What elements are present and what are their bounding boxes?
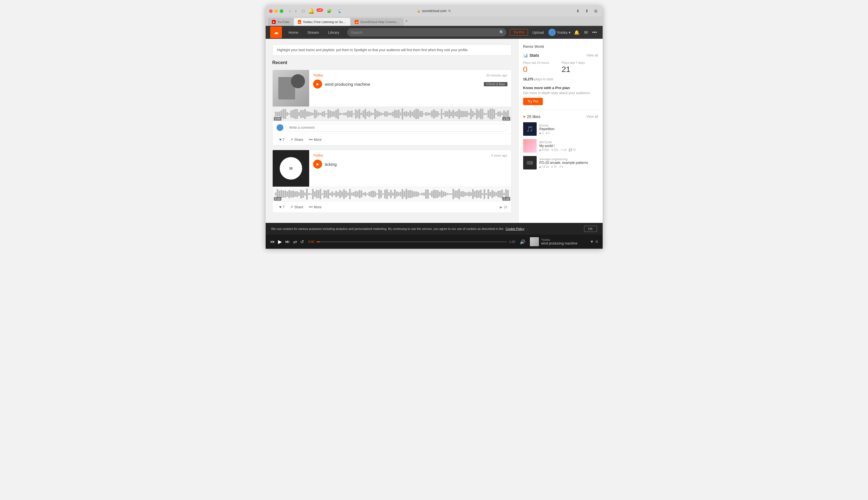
prev-button[interactable]: ⏮ (270, 239, 274, 244)
content-area: Highlight your best tracks and playlists… (266, 39, 518, 223)
stat-24h-value: 0 (523, 65, 560, 74)
like-item-satsuki[interactable]: $ATSUKI My world ! ▶ 8,985 ♥ 350 ↺ 18 💬 … (523, 139, 598, 152)
track-title-wind[interactable]: wind producing machine (325, 82, 371, 87)
try-pro-nav-button[interactable]: Try Pro (510, 29, 528, 36)
shuffle-button[interactable]: ⇄ (293, 239, 297, 245)
more-button-ticking[interactable]: ••• More (306, 204, 324, 210)
stats-view-all[interactable]: View all (586, 54, 598, 57)
download-btn[interactable]: ⬇ (575, 8, 581, 14)
comment-avatar-wind (277, 124, 283, 131)
play-pause-button[interactable]: ▶ (278, 239, 282, 245)
te-reposts: ↺ 6 (559, 165, 563, 168)
cookie-policy-link[interactable]: Cookie Policy (506, 227, 525, 230)
comment-input-wind[interactable] (285, 124, 507, 132)
tab-youtube[interactable]: ▶ YouTube (268, 18, 293, 26)
search-input[interactable] (347, 28, 506, 36)
tab-soundcloud[interactable]: ☁ Yosika | Free Listening on SoundCloud (294, 18, 350, 26)
pro-banner-title: Know more with a Pro plan (523, 86, 598, 90)
maximize-button[interactable] (280, 9, 283, 13)
track-actions-wind: ♥ 7 ↗ Share ••• More (273, 134, 511, 145)
track-title-ticking[interactable]: ticking (325, 162, 337, 167)
share-btn[interactable]: ⬆ (584, 8, 590, 14)
next-button[interactable]: ⏭ (285, 239, 290, 244)
track-artwork-wind[interactable] (273, 70, 309, 106)
cookie-ok-button[interactable]: OK (584, 226, 597, 232)
likes-heart-icon: ♥ (523, 114, 525, 119)
reload-button[interactable]: ↻ (448, 9, 451, 13)
like-title-te: PO-20 arcade, example patterns (539, 161, 598, 165)
like-button-wind[interactable]: ♥ 7 (277, 136, 287, 143)
like-button-ticking[interactable]: ♥ 7 (277, 204, 287, 210)
satsuki-reposts: ↺ 18 (561, 148, 566, 151)
stat-total: 16,275 plays in total (523, 77, 598, 81)
tab-soundcloud-help[interactable]: ☁ SoundCloud Help Community | SoundCloud… (351, 18, 403, 26)
title-bar: ‹ › □ 🔔 146 🧩 📡 🔒 soundcloud.com ↻ ⬇ ⬆ ⊞ (266, 5, 603, 16)
cookie-banner: We use cookies for various purposes incl… (266, 223, 603, 235)
search-button[interactable]: 🔍 (499, 30, 504, 35)
airdrop-btn[interactable]: 📡 (336, 8, 344, 14)
waveform-ticking[interactable]: 0:00 2:30 (273, 186, 511, 201)
like-item-ezsow[interactable]: 🎵 Ezsow Repetition ▶ 3 ♥ 6 (523, 122, 598, 136)
url-bar[interactable]: 🔒 soundcloud.com ↻ (417, 9, 451, 13)
nav-library[interactable]: Library (324, 26, 344, 39)
recent-section-title: Recent (272, 60, 512, 65)
like-count-wind: 7 (282, 138, 284, 141)
tab-soundcloud-label: Yosika | Free Listening on SoundCloud (303, 20, 346, 24)
repeat-button[interactable]: ↺ (300, 239, 304, 245)
track-tag-wind[interactable]: # Drum & Bass (484, 82, 507, 86)
comment-row-wind (273, 121, 511, 134)
user-menu[interactable]: 🎵 Yosika ▾ (549, 29, 571, 36)
play-icon-ticking: ▶ (316, 162, 319, 166)
more-label-wind: More (314, 138, 321, 141)
chart-icon: 📊 (523, 53, 528, 58)
track-card-ticking: 10 Yosika 2 years ago ▶ (272, 150, 512, 213)
player-title: wind producing machine (541, 241, 577, 245)
play-count-ticking: ▶ 16 (500, 205, 507, 209)
track-card-wind-machine: Yosika 33 minutes ago ▶ wind producing m… (272, 70, 512, 145)
track-artwork-ticking[interactable]: 10 (273, 150, 309, 186)
track-user-ticking[interactable]: Yosika (313, 154, 323, 157)
spotlight-banner: Highlight your best tracks and playlists… (272, 44, 512, 56)
player-queue-button[interactable]: ≡ (595, 239, 598, 244)
satsuki-plays: ▶ 8,985 (539, 148, 549, 151)
search-bar[interactable]: 🔍 (347, 28, 506, 36)
sidebar-toggle[interactable]: □ (301, 8, 306, 14)
soundcloud-app: ☁ Home Stream Library 🔍 Try Pro Upload 🎵… (266, 26, 603, 249)
back-button[interactable]: ‹ (288, 8, 293, 14)
waveform-time-end-ticking: 2:30 (502, 197, 510, 201)
nav-stream[interactable]: Stream (303, 26, 324, 39)
try-pro-sidebar-button[interactable]: Try Pro (523, 98, 543, 105)
share-button-ticking[interactable]: ↗ Share (287, 204, 306, 210)
extensions-btn[interactable]: 🧩 (325, 8, 333, 14)
track-user-wind[interactable]: Yosika (313, 73, 323, 77)
sc-logo[interactable]: ☁ (270, 26, 282, 38)
stats-title: 📊 Stats (523, 53, 539, 58)
youtube-favicon: ▶ (272, 20, 276, 24)
progress-bar[interactable] (316, 241, 507, 242)
forward-button[interactable]: › (293, 8, 298, 14)
like-item-te[interactable]: ⌨ teenage engineering PO-20 arcade, exam… (523, 156, 598, 170)
play-button-ticking[interactable]: ▶ (313, 160, 322, 169)
share-icon-wind: ↗ (290, 137, 293, 141)
nav-home[interactable]: Home (284, 26, 303, 39)
volume-button[interactable]: 🔊 (520, 239, 525, 245)
share-button-wind[interactable]: ↗ Share (287, 136, 306, 143)
ezsow-likes: ♥ 6 (546, 132, 550, 135)
player-like-button[interactable]: ♥ (590, 239, 594, 244)
play-icon-wind: ▶ (316, 82, 319, 86)
likes-view-all[interactable]: View all (586, 115, 598, 118)
upload-button[interactable]: Upload (530, 29, 546, 36)
minimize-button[interactable] (274, 9, 278, 13)
more-button-wind[interactable]: ••• More (306, 136, 324, 143)
heart-icon-ticking: ♥ (279, 205, 282, 209)
more-options-button[interactable]: ••• (591, 29, 598, 36)
waveform-wind[interactable]: // We'll use inline SVG rects generated … (273, 106, 511, 121)
new-tab-button[interactable]: + (405, 19, 408, 24)
player-progress: 0:00 1:32 (308, 240, 515, 243)
close-button[interactable] (269, 9, 273, 13)
track-title-row-ticking: ▶ ticking (313, 160, 507, 169)
notifications-button[interactable]: 🔔 (573, 29, 581, 36)
messages-button[interactable]: ✉ (583, 29, 589, 36)
play-button-wind[interactable]: ▶ (313, 80, 322, 89)
grid-btn[interactable]: ⊞ (593, 8, 599, 14)
